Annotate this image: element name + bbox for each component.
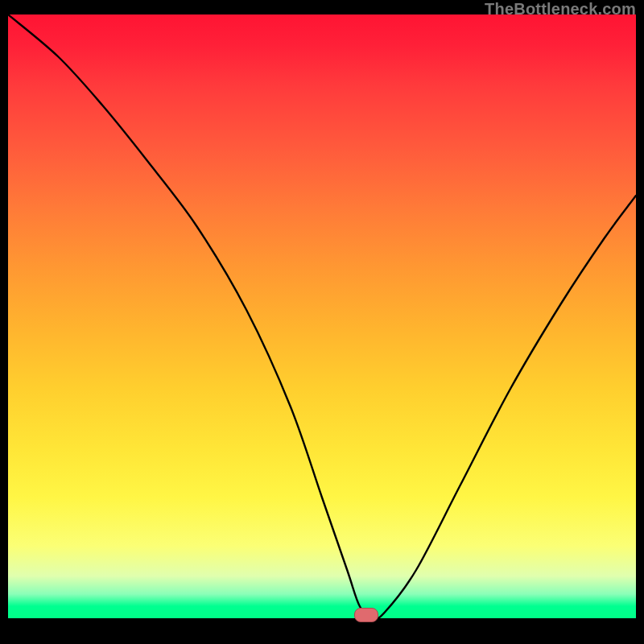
plot-area [8,14,636,618]
curve-path [8,14,636,618]
chart-frame: TheBottleneck.com [0,0,644,644]
optimum-marker [354,608,378,622]
bottleneck-curve [8,14,636,618]
